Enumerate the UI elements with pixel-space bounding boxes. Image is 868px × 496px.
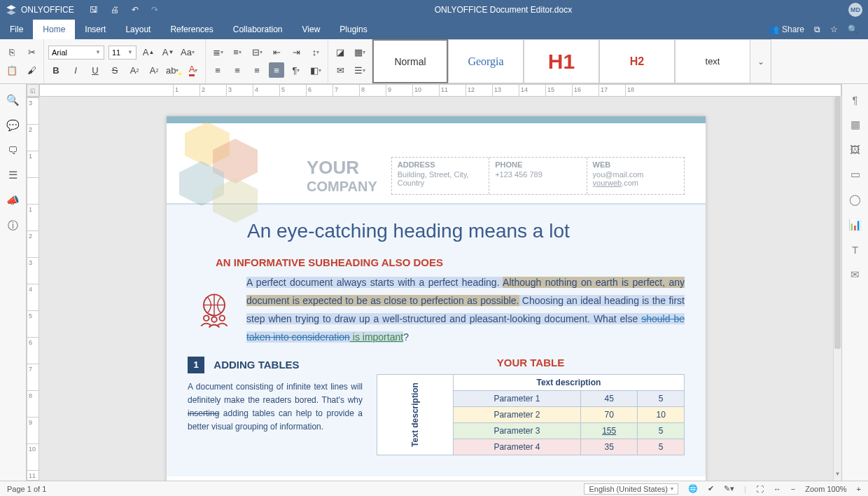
chart-settings-icon[interactable]: 📊 xyxy=(848,219,862,231)
search-icon[interactable]: 🔍 xyxy=(848,25,858,34)
print-icon[interactable]: 🖨 xyxy=(111,5,119,15)
tab-home[interactable]: Home xyxy=(33,20,75,39)
spellcheck-icon[interactable]: 🌐 xyxy=(688,484,698,493)
page[interactable]: YOUR COMPANY ADDRESS Building, Street, C… xyxy=(167,116,706,481)
underline-button[interactable]: U xyxy=(88,62,103,78)
redo-icon[interactable]: ↷ xyxy=(151,5,158,15)
shape-settings-icon[interactable]: ◯ xyxy=(849,193,861,206)
scrollbar-thumb[interactable] xyxy=(834,97,841,349)
menu-bar: File Home Insert Layout References Colla… xyxy=(0,20,868,39)
tab-references[interactable]: References xyxy=(160,20,223,39)
page-count[interactable]: Page 1 of 1 xyxy=(7,485,46,493)
zoom-out-button[interactable]: − xyxy=(791,485,795,493)
spell-toggle-icon[interactable]: ✔ xyxy=(708,484,714,493)
textart-settings-icon[interactable]: T xyxy=(852,244,858,256)
bold-button[interactable]: B xyxy=(48,62,64,78)
chat-icon[interactable]: 🗨 xyxy=(8,144,18,156)
grow-font-icon[interactable]: A▲ xyxy=(141,45,156,60)
ruler-corner[interactable]: ◱ xyxy=(27,84,39,97)
style-text[interactable]: text xyxy=(675,39,750,83)
paragraph-mark-icon[interactable]: ¶▾ xyxy=(288,62,304,78)
document-canvas[interactable]: YOUR COMPANY ADDRESS Building, Street, C… xyxy=(39,97,833,481)
clear-format-icon[interactable]: ◪ xyxy=(332,45,348,60)
header-web: WEB you@mail.comyourweb.com xyxy=(587,158,684,194)
company-name: YOUR COMPANY xyxy=(307,157,377,195)
fit-width-icon[interactable]: ↔ xyxy=(774,485,781,493)
ruler-horizontal[interactable]: ◱ 123456789101112131415161718 xyxy=(27,84,841,97)
image-settings-icon[interactable]: 🖼 xyxy=(850,144,860,156)
shading-icon[interactable]: ◧▾ xyxy=(308,62,323,78)
align-center-icon[interactable]: ≡ xyxy=(230,62,245,78)
tab-plugins[interactable]: Plugins xyxy=(330,20,377,39)
zoom-level[interactable]: Zoom 100% xyxy=(805,485,846,493)
format-painter-icon[interactable]: 🖌 xyxy=(24,62,39,78)
indent-increase-icon[interactable]: ⇥ xyxy=(288,45,304,60)
bullets-icon[interactable]: ≣▾ xyxy=(210,45,225,60)
document-heading-1[interactable]: An eye-catching heading means a lot xyxy=(247,220,685,242)
find-icon[interactable]: 🔍 xyxy=(6,94,20,106)
table-settings-icon[interactable]: ▦ xyxy=(850,118,860,131)
tab-view[interactable]: View xyxy=(293,20,330,39)
vertical-scrollbar[interactable]: ▲ ▼ xyxy=(833,97,841,481)
insert-table-icon[interactable]: ▦▾ xyxy=(352,45,368,60)
ruler-vertical[interactable]: 32112345678910111213 xyxy=(27,97,39,481)
mail-settings-icon[interactable]: ✉ xyxy=(850,268,860,281)
data-table[interactable]: Text descriptionText description Paramet… xyxy=(377,374,685,455)
navigation-icon[interactable]: ☰ xyxy=(8,169,18,181)
font-name-select[interactable]: Arial▼ xyxy=(48,46,104,60)
style-normal[interactable]: Normal xyxy=(372,39,448,83)
user-avatar[interactable]: MD xyxy=(848,3,862,17)
subscript-button[interactable]: A2 xyxy=(146,62,162,78)
tab-file[interactable]: File xyxy=(0,20,33,39)
globe-people-icon xyxy=(193,288,235,330)
paste-icon[interactable]: 📋 xyxy=(4,62,20,78)
paragraph-settings-icon[interactable]: ¶ xyxy=(852,94,858,106)
tab-layout[interactable]: Layout xyxy=(115,20,160,39)
numbering-icon[interactable]: ≡▾ xyxy=(230,45,245,60)
table-title[interactable]: YOUR TABLE xyxy=(377,357,685,368)
multilevel-icon[interactable]: ⊟▾ xyxy=(249,45,265,60)
zoom-in-button[interactable]: + xyxy=(857,485,861,493)
tab-collaboration[interactable]: Collaboration xyxy=(223,20,293,39)
header-settings-icon[interactable]: ▭ xyxy=(850,168,860,181)
font-size-select[interactable]: 11▼ xyxy=(108,46,136,60)
style-h1[interactable]: H1 xyxy=(524,39,599,83)
font-color-button[interactable]: A▾ xyxy=(186,62,201,78)
cut-icon[interactable]: ✂ xyxy=(24,45,39,60)
undo-icon[interactable]: ↶ xyxy=(132,5,139,15)
document-heading-2[interactable]: AN INFORMATIVE SUBHEADING ALSO DOES xyxy=(216,256,685,268)
feedback-icon[interactable]: 📣 xyxy=(6,194,20,207)
share-button[interactable]: 👥 Share xyxy=(769,25,804,34)
about-icon[interactable]: ⓘ xyxy=(8,219,18,233)
section-text[interactable]: A document consisting of infinite text l… xyxy=(188,380,363,434)
highlight-button[interactable]: ab▾ xyxy=(166,62,181,78)
save-icon[interactable]: 🖫 xyxy=(90,5,98,15)
language-select[interactable]: English (United States) ▾ xyxy=(584,483,678,495)
style-h2[interactable]: H2 xyxy=(599,39,675,83)
superscript-button[interactable]: A2 xyxy=(127,62,142,78)
document-title: ONLYOFFICE Document Editor.docx xyxy=(158,5,848,15)
indent-decrease-icon[interactable]: ⇤ xyxy=(269,45,284,60)
change-case-icon[interactable]: Aa▾ xyxy=(180,45,195,60)
strike-button[interactable]: S xyxy=(107,62,122,78)
mailmerge-icon[interactable]: ✉ xyxy=(332,62,348,78)
open-location-icon[interactable]: ⧉ xyxy=(814,25,820,34)
shrink-font-icon[interactable]: A▼ xyxy=(160,45,176,60)
style-gallery-expand[interactable]: ⌄ xyxy=(750,39,771,83)
paragraph-selected[interactable]: A perfect document always starts with a … xyxy=(246,274,685,347)
section-adding-tables[interactable]: 1 ADDING TABLES A document consisting of… xyxy=(188,357,363,455)
align-justify-icon[interactable]: ≡ xyxy=(269,62,284,78)
comments-icon[interactable]: 💬 xyxy=(6,119,20,132)
align-left-icon[interactable]: ≡ xyxy=(210,62,225,78)
select-all-icon[interactable]: ☰▾ xyxy=(352,62,368,78)
track-changes-icon[interactable]: ✎▾ xyxy=(724,484,734,493)
style-georgia[interactable]: Georgia xyxy=(448,39,524,83)
table-row: Parameter 2 xyxy=(453,406,580,422)
italic-button[interactable]: I xyxy=(68,62,83,78)
align-right-icon[interactable]: ≡ xyxy=(249,62,265,78)
copy-icon[interactable]: ⎘ xyxy=(4,45,20,60)
favorite-icon[interactable]: ☆ xyxy=(830,25,838,34)
line-spacing-icon[interactable]: ↕▾ xyxy=(308,45,323,60)
tab-insert[interactable]: Insert xyxy=(75,20,115,39)
fit-page-icon[interactable]: ⛶ xyxy=(756,485,764,493)
